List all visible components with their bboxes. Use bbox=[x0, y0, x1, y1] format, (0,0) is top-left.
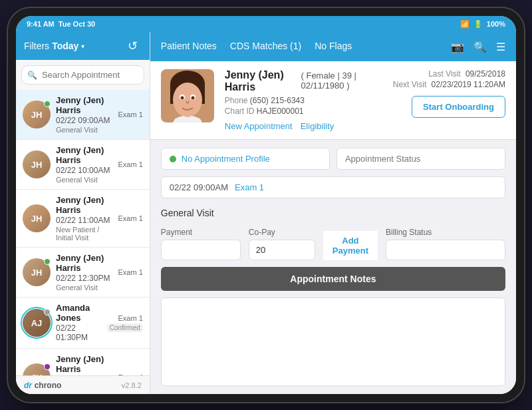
tablet-screen: 9:41 AM Tue Oct 30 📶 🔋 100% Filters Toda… bbox=[16, 16, 516, 394]
camera-icon[interactable]: 📷 bbox=[451, 41, 464, 53]
avatar-wrap: JH bbox=[23, 150, 51, 178]
patient-chart-row: Chart ID HAJE000001 bbox=[225, 106, 382, 116]
nav-tabs: Patient Notes CDS Matches (1) No Flags bbox=[161, 37, 352, 57]
appt-time: 02/22 11:00AM bbox=[56, 216, 113, 225]
billing-status-field: Billing Status bbox=[386, 228, 505, 260]
status-dot bbox=[44, 309, 51, 315]
list-item[interactable]: JH Jenny (Jen) Harris 02/22 12:30PM Gene… bbox=[16, 248, 150, 298]
last-visit-label: Last Visit bbox=[428, 69, 460, 79]
list-item[interactable]: JH Jenny (Jen) Harris 02/22 02:15PM New … bbox=[16, 349, 150, 375]
search-icon[interactable]: 🔍 bbox=[473, 41, 487, 53]
patient-photo bbox=[161, 69, 214, 122]
menu-icon[interactable]: ☰ bbox=[496, 41, 505, 53]
add-payment-button[interactable]: Add Payment bbox=[323, 231, 378, 260]
appt-name: Jenny (Jen) Harris bbox=[56, 95, 113, 115]
patient-phone-row: Phone (650) 215-6343 bbox=[225, 96, 382, 105]
next-visit-date: 02/23/2019 11:20AM bbox=[432, 80, 505, 89]
green-dot-icon bbox=[170, 156, 176, 162]
appointment-status-input[interactable] bbox=[336, 148, 505, 170]
patient-gender: Female bbox=[306, 71, 334, 81]
appt-name: Jenny (Jen) Harris bbox=[56, 253, 113, 273]
filters-label: Filters bbox=[24, 41, 49, 51]
payment-field: Payment bbox=[161, 228, 241, 260]
appt-time: 02/22 01:30PM bbox=[56, 323, 102, 342]
appt-type: General Visit bbox=[56, 176, 113, 184]
visit-info: Last Visit 09/25/2018 Next Visit 02/23/2… bbox=[393, 69, 505, 118]
appt-info: Jenny (Jen) Harris 02/22 09:00AM General… bbox=[56, 95, 113, 134]
start-onboarding-button[interactable]: Start Onboarding bbox=[412, 96, 505, 118]
next-visit-label: Next Visit bbox=[393, 80, 426, 89]
patient-name-row: Jenny (Jen) Harris ( Female | 39 | 02/11… bbox=[225, 69, 382, 93]
sidebar-footer: dr chrono v2.8.2 bbox=[16, 375, 150, 394]
appt-time: 02/22 12:30PM bbox=[56, 274, 113, 283]
svg-point-4 bbox=[173, 83, 202, 117]
tab-cds-matches[interactable]: CDS Matches (1) bbox=[230, 37, 301, 57]
exam-room: Exam 1 bbox=[235, 182, 264, 192]
appointment-notes-area[interactable] bbox=[161, 298, 505, 386]
profile-row: No Appointment Profile bbox=[161, 148, 505, 170]
content-area: No Appointment Profile 02/22 09:00AM Exa… bbox=[150, 140, 516, 394]
patient-name: Jenny (Jen) Harris bbox=[225, 69, 296, 93]
patient-header: Jenny (Jen) Harris ( Female | 39 | 02/11… bbox=[150, 61, 516, 140]
payment-label: Payment bbox=[161, 228, 241, 237]
battery-percent: 100% bbox=[487, 20, 505, 28]
appt-info: Jenny (Jen) Harris 02/22 02:15PM New Pat… bbox=[56, 354, 113, 375]
copay-label: Co-Pay bbox=[249, 228, 315, 237]
avatar-wrap: AJ bbox=[23, 309, 51, 337]
appt-info: Jenny (Jen) Harris 02/22 10:00AM General… bbox=[56, 145, 113, 184]
tab-patient-notes[interactable]: Patient Notes bbox=[161, 37, 217, 57]
appointment-list: JH Jenny (Jen) Harris 02/22 09:00AM Gene… bbox=[16, 90, 150, 375]
tab-no-flags[interactable]: No Flags bbox=[315, 37, 352, 57]
refresh-button[interactable]: ↺ bbox=[124, 37, 142, 55]
appt-info: Jenny (Jen) Harris 02/22 11:00AM New Pat… bbox=[56, 195, 113, 242]
appt-type: General Visit bbox=[56, 284, 113, 292]
last-visit-row: Last Visit 09/25/2018 bbox=[393, 69, 505, 79]
patient-dob: 02/11/1980 bbox=[301, 81, 344, 91]
appt-info: Jenny (Jen) Harris 02/22 12:30PM General… bbox=[56, 253, 113, 292]
chevron-down-icon: ▾ bbox=[81, 43, 84, 50]
today-label[interactable]: Today bbox=[52, 41, 78, 51]
appt-badge: Exam 1 Confirmed bbox=[107, 314, 143, 332]
copay-input[interactable] bbox=[249, 240, 315, 260]
no-profile-text: No Appointment Profile bbox=[182, 154, 270, 164]
list-item[interactable]: AJ Amanda Jones 02/22 01:30PM Exam 1 Con… bbox=[16, 298, 150, 349]
appt-badge: Exam 1 bbox=[118, 110, 143, 118]
patient-phone: (650) 215-6343 bbox=[250, 96, 305, 105]
tablet-frame: 9:41 AM Tue Oct 30 📶 🔋 100% Filters Toda… bbox=[7, 7, 525, 403]
sidebar-filters: Filters Today ▾ bbox=[24, 41, 84, 51]
right-panel: Patient Notes CDS Matches (1) No Flags 📷… bbox=[150, 32, 516, 394]
next-visit-row: Next Visit 02/23/2019 11:20AM bbox=[393, 80, 505, 89]
appt-type: New Patient / Initial Visit bbox=[56, 226, 113, 242]
search-icon: 🔍 bbox=[27, 71, 37, 80]
no-appointment-profile[interactable]: No Appointment Profile bbox=[161, 148, 330, 170]
eligibility-link[interactable]: Eligibility bbox=[301, 121, 334, 131]
copay-field: Co-Pay bbox=[249, 228, 315, 260]
svg-point-8 bbox=[191, 97, 194, 100]
status-dot bbox=[44, 258, 51, 265]
exam-time: 02/22 09:00AM bbox=[170, 182, 228, 192]
avatar: JH bbox=[23, 204, 51, 232]
appt-name: Amanda Jones bbox=[56, 303, 102, 323]
billing-status-input[interactable] bbox=[386, 240, 505, 260]
new-appointment-link[interactable]: New Appointment bbox=[225, 121, 293, 131]
patient-meta: ( Female | 39 | 02/11/1980 ) bbox=[301, 71, 382, 91]
appt-badge: Exam 1 bbox=[118, 214, 143, 222]
payment-row: Payment Co-Pay Add Payment Billing Statu… bbox=[161, 228, 505, 260]
payment-input[interactable] bbox=[161, 240, 241, 260]
status-bar: 9:41 AM Tue Oct 30 📶 🔋 100% bbox=[16, 16, 516, 32]
appt-time: 02/22 09:00AM bbox=[56, 116, 113, 125]
list-item[interactable]: JH Jenny (Jen) Harris 02/22 11:00AM New … bbox=[16, 190, 150, 248]
nav-actions: 📷 🔍 ☰ bbox=[451, 41, 505, 53]
dr-chrono-logo: dr chrono bbox=[24, 380, 61, 390]
appt-type: General Visit bbox=[56, 126, 113, 134]
list-item[interactable]: JH Jenny (Jen) Harris 02/22 10:00AM Gene… bbox=[16, 140, 150, 190]
patient-details: Jenny (Jen) Harris ( Female | 39 | 02/11… bbox=[225, 69, 382, 131]
list-item[interactable]: JH Jenny (Jen) Harris 02/22 09:00AM Gene… bbox=[16, 90, 150, 140]
svg-point-7 bbox=[180, 97, 184, 100]
search-input[interactable] bbox=[21, 65, 144, 85]
appt-info: Amanda Jones 02/22 01:30PM bbox=[56, 303, 102, 343]
sidebar-header: Filters Today ▾ ↺ bbox=[16, 32, 150, 60]
sidebar: Filters Today ▾ ↺ 🔍 JH bbox=[16, 32, 150, 394]
billing-status-label: Billing Status bbox=[386, 228, 505, 237]
top-nav: Patient Notes CDS Matches (1) No Flags 📷… bbox=[150, 32, 516, 61]
